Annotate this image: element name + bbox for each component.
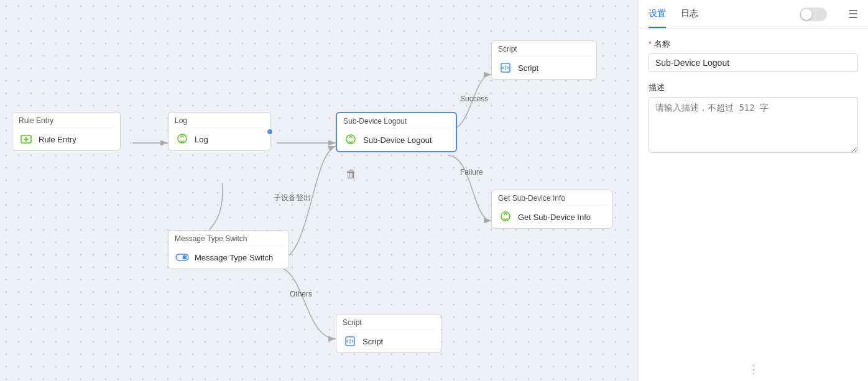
log-node[interactable]: Log Log — [168, 112, 270, 151]
sub-device-logout-node[interactable]: Sub-Device Logout Sub-Device Logout — [336, 112, 457, 152]
sub-device-logout-label: Sub-Device Logout — [363, 135, 432, 145]
message-switch-icon — [175, 250, 190, 265]
rule-entry-label: Rule Entry — [39, 135, 76, 144]
rule-entry-node[interactable]: Rule Entry Rule Entry — [12, 112, 121, 151]
node-body: Get Sub-Device Info — [498, 209, 606, 224]
script-top-label: Script — [518, 63, 538, 73]
node-body: Rule Entry — [19, 132, 114, 147]
node-title: Script — [498, 45, 590, 57]
resize-handle[interactable]: ⋮ — [639, 357, 868, 381]
success-label: Success — [460, 94, 488, 103]
node-title: Get Sub-Device Info — [498, 194, 606, 206]
others-label: Others — [290, 290, 312, 298]
message-type-switch-node[interactable]: Message Type Switch Message Type Switch — [168, 230, 289, 269]
panel-content: * 名称 描述 — [639, 29, 868, 357]
get-sub-device-icon — [498, 209, 513, 224]
script-bottom-node[interactable]: Script Script — [336, 314, 441, 353]
log-icon — [175, 132, 190, 147]
tab-settings[interactable]: 设置 — [649, 1, 666, 28]
failure-label: Failure — [460, 168, 483, 177]
panel-tabs: 设置 日志 ☰ — [639, 0, 868, 29]
node-body: Script — [498, 60, 590, 75]
node-body: Log — [175, 132, 264, 147]
node-title: Rule Entry — [19, 116, 114, 128]
required-star: * — [649, 39, 654, 48]
flow-canvas[interactable]: Rule Entry Rule Entry Log Log — [0, 0, 638, 381]
log-label: Log — [195, 135, 208, 144]
get-sub-device-label: Get Sub-Device Info — [518, 213, 591, 222]
name-label: * 名称 — [649, 39, 858, 50]
node-body: Sub-Device Logout — [343, 132, 450, 147]
rule-entry-icon — [19, 132, 34, 147]
name-input[interactable] — [649, 53, 858, 72]
script-top-node[interactable]: Script Script — [491, 40, 597, 80]
node-title: Message Type Switch — [175, 234, 282, 246]
message-type-switch-label: Message Type Switch — [195, 253, 273, 262]
node-title: Log — [175, 116, 264, 128]
log-connector[interactable] — [266, 128, 274, 135]
node-body: Message Type Switch — [175, 250, 282, 265]
panel-toggle[interactable] — [800, 7, 827, 21]
get-sub-device-info-node[interactable]: Get Sub-Device Info Get Sub-Device Info — [491, 190, 612, 229]
script-top-icon — [498, 60, 513, 75]
script-bottom-icon — [343, 334, 358, 349]
desc-label: 描述 — [649, 82, 858, 93]
svg-point-7 — [183, 255, 187, 260]
desc-textarea[interactable] — [649, 97, 858, 153]
sub-device-logout-icon — [343, 132, 358, 147]
node-title: Script — [343, 318, 435, 330]
right-panel: 设置 日志 ☰ * 名称 描述 ⋮ — [638, 0, 868, 381]
script-bottom-label: Script — [362, 337, 383, 346]
zi-shebei-label: 子设备登出 — [274, 193, 311, 203]
menu-icon[interactable]: ☰ — [848, 7, 858, 21]
node-body: Script — [343, 334, 435, 349]
node-title: Sub-Device Logout — [343, 117, 450, 129]
delete-button[interactable]: 🗑 — [346, 168, 357, 181]
tab-logs[interactable]: 日志 — [681, 1, 698, 28]
